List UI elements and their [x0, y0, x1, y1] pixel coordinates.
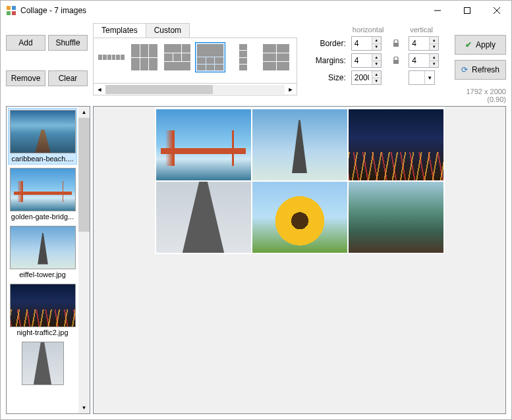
size-spinner[interactable]: ▲▼	[351, 70, 382, 85]
minimize-button[interactable]	[422, 1, 452, 20]
scroll-up-icon[interactable]: ▲	[78, 107, 90, 118]
up-icon[interactable]: ▲	[429, 37, 438, 43]
template-2[interactable]	[129, 42, 159, 72]
list-item[interactable]	[8, 340, 77, 387]
dimensions-text: 1792 x 2000 (0.90)	[455, 88, 506, 103]
list-item[interactable]: golden-gate-bridg...	[8, 166, 77, 223]
color-swatch	[409, 71, 425, 84]
scroll-thumb[interactable]	[78, 118, 90, 232]
list-item[interactable]: eiffel-tower.jpg	[8, 224, 77, 280]
app-icon	[6, 5, 16, 16]
down-icon[interactable]: ▼	[429, 43, 438, 51]
tab-templates[interactable]: Templates	[93, 23, 146, 38]
margins-v-input[interactable]	[409, 54, 429, 67]
remove-button[interactable]: Remove	[6, 70, 45, 86]
scroll-left-icon[interactable]: ◄	[94, 86, 105, 93]
down-icon[interactable]: ▼	[372, 61, 381, 68]
refresh-label: Refresh	[472, 65, 499, 74]
collage-cell[interactable]	[349, 109, 443, 180]
sidebar-scrollbar[interactable]: ▲ ▼	[78, 107, 90, 413]
thumbnail-label: golden-gate-bridg...	[10, 211, 75, 221]
up-icon[interactable]: ▲	[372, 54, 381, 61]
margins-h-input[interactable]	[352, 54, 372, 67]
svg-rect-8	[393, 43, 399, 47]
collage-cell[interactable]	[156, 182, 251, 253]
dropdown-icon[interactable]: ▼	[425, 71, 434, 84]
border-v-spinner[interactable]: ▲▼	[409, 36, 439, 51]
maximize-button[interactable]	[452, 1, 482, 20]
border-v-input[interactable]	[409, 37, 429, 50]
template-scrollbar[interactable]: ◄ ►	[93, 84, 297, 95]
tabstrip: Templates Custom	[93, 23, 297, 38]
scroll-down-icon[interactable]: ▼	[78, 402, 90, 413]
apply-label: Apply	[476, 40, 496, 49]
collage-cell[interactable]	[252, 109, 347, 180]
thumbnail-list: caribbean-beach.... golden-gate-bridg...…	[7, 107, 78, 413]
close-button[interactable]	[482, 1, 511, 20]
up-icon[interactable]: ▲	[429, 54, 438, 61]
scroll-track[interactable]	[78, 118, 90, 402]
thumbnail-label: eiffel-tower.jpg	[10, 269, 75, 278]
left-buttons: Add Shuffle Remove Clear	[6, 23, 93, 103]
down-icon[interactable]: ▼	[372, 43, 381, 51]
shuffle-button[interactable]: Shuffle	[48, 35, 88, 51]
collage-cell[interactable]	[349, 182, 443, 253]
list-item[interactable]: caribbean-beach....	[8, 108, 77, 165]
template-3[interactable]	[162, 42, 192, 72]
bg-color-picker[interactable]: ▼	[409, 70, 435, 85]
refresh-button[interactable]: ⟳ Refresh	[455, 60, 506, 80]
svg-rect-3	[12, 11, 16, 15]
thumbnail-image	[10, 284, 76, 327]
svg-rect-9	[393, 60, 399, 64]
template-5[interactable]	[228, 42, 258, 72]
scroll-right-icon[interactable]: ►	[285, 86, 297, 93]
list-item[interactable]: night-traffic2.jpg	[8, 282, 77, 338]
size-label: Size:	[312, 73, 347, 82]
thumbnail-image	[10, 110, 76, 153]
tab-custom[interactable]: Custom	[146, 23, 190, 38]
template-strip	[93, 38, 297, 84]
collage-cell[interactable]	[252, 182, 347, 253]
collage-preview	[155, 107, 445, 254]
thumbnail-image	[10, 168, 76, 211]
up-icon[interactable]: ▲	[372, 37, 381, 43]
margins-h-spinner[interactable]: ▲▼	[351, 53, 382, 68]
margins-v-spinner[interactable]: ▲▼	[409, 53, 439, 68]
border-h-input[interactable]	[352, 37, 372, 50]
border-h-spinner[interactable]: ▲▼	[351, 36, 382, 51]
margins-label: Margins:	[312, 56, 347, 65]
collage-cell[interactable]	[156, 109, 251, 180]
header-vertical: vertical	[409, 26, 442, 34]
canvas[interactable]	[93, 106, 506, 414]
down-icon[interactable]: ▼	[429, 61, 438, 68]
sidebar: caribbean-beach.... golden-gate-bridg...…	[6, 106, 90, 414]
template-4[interactable]	[195, 42, 225, 72]
svg-rect-5	[464, 8, 470, 14]
header-horizontal: horizontal	[351, 26, 387, 34]
scroll-track[interactable]	[105, 85, 285, 94]
apply-button[interactable]: ✔ Apply	[455, 35, 506, 55]
templates-section: Templates Custom ◄ ►	[93, 23, 297, 103]
thumbnail-label: night-traffic2.jpg	[10, 327, 75, 336]
svg-rect-2	[7, 11, 11, 15]
app-window: Collage - 7 images Add Shuffle Remove Cl…	[0, 0, 512, 420]
thumbnail-label: caribbean-beach....	[10, 153, 75, 163]
margins-lock-icon[interactable]	[391, 55, 401, 66]
up-icon[interactable]: ▲	[372, 71, 381, 78]
border-lock-icon[interactable]	[391, 38, 401, 49]
add-button[interactable]: Add	[6, 35, 45, 51]
template-6[interactable]	[261, 42, 291, 72]
scroll-thumb[interactable]	[105, 85, 213, 94]
content: caribbean-beach.... golden-gate-bridg...…	[1, 103, 511, 419]
border-label: Border:	[312, 39, 347, 48]
refresh-icon: ⟳	[461, 65, 468, 74]
svg-rect-0	[7, 6, 11, 10]
down-icon[interactable]: ▼	[372, 78, 381, 85]
window-title: Collage - 7 images	[20, 6, 422, 15]
size-input[interactable]	[352, 71, 372, 84]
toolbar: Add Shuffle Remove Clear Templates Custo…	[1, 20, 511, 103]
template-1[interactable]	[96, 42, 127, 72]
settings-grid: horizontal vertical Border: ▲▼ ▲▼ Margin…	[297, 23, 449, 103]
clear-button[interactable]: Clear	[48, 70, 88, 86]
thumbnail-image	[22, 342, 64, 385]
